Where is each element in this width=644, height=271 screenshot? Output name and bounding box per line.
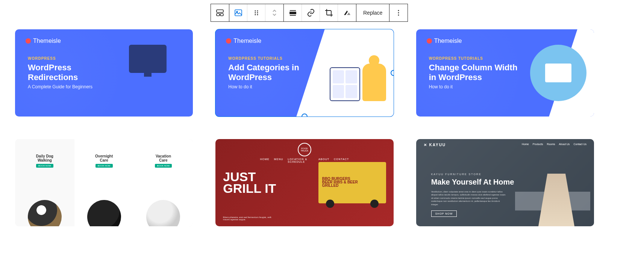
gallery-image-3[interactable]: Themeisle WORDPRESS TUTORIALS Change Col… (416, 29, 594, 117)
gallery-block-button[interactable] (211, 4, 229, 21)
brand-text: Themeisle (434, 38, 462, 44)
card-title: Add Categories in WordPress (228, 63, 320, 82)
align-icon (288, 8, 297, 17)
card-title: WordPress Redirections (28, 63, 119, 82)
more-options-button[interactable] (389, 4, 408, 21)
toolbar-group-parent (211, 4, 229, 22)
svg-point-7 (255, 12, 256, 14)
link-button[interactable] (302, 4, 320, 21)
dog-image (87, 200, 121, 226)
col-title: OvernightCare (95, 154, 113, 162)
drag-handle-button[interactable] (247, 4, 265, 21)
move-updown-button[interactable] (265, 4, 283, 21)
food-logo: FOOD TRUCK (298, 143, 311, 156)
food-description: Etiam pharetra, erat sed fermentum feugi… (223, 216, 276, 221)
svg-point-8 (257, 12, 258, 14)
crop-button[interactable] (320, 4, 338, 21)
gallery-image-6[interactable]: ✕ KAYUU HomeProductsRoomsAbout UsContact… (416, 139, 594, 226)
image-icon (234, 8, 243, 17)
book-button: BOOK NOW (36, 164, 53, 168)
svg-point-6 (257, 11, 258, 12)
svg-point-9 (255, 14, 256, 15)
image-block-button[interactable] (229, 4, 247, 21)
gallery-image-4[interactable]: HOME ABOUT US SERVICES REVIEWS CONTACT D… (15, 139, 193, 226)
card-title: Change Column Width in WordPress (429, 63, 520, 82)
svg-rect-3 (235, 10, 242, 16)
brand: Themeisle (226, 38, 261, 44)
brand-text: Themeisle (233, 38, 261, 44)
kayuu-logo: ✕ KAYUU (424, 143, 446, 147)
kayuu-nav: HomeProductsRoomsAbout UsContact Us (522, 143, 586, 145)
gallery-image-5[interactable]: FOOD TRUCK HOMEMENULOCATION & SCHEDULEAB… (215, 139, 393, 226)
block-toolbar: Replace (211, 4, 408, 22)
svg-point-16 (398, 15, 399, 16)
replace-button[interactable]: Replace (356, 4, 389, 21)
dog-image (146, 200, 180, 226)
gallery-image-2-selected[interactable]: Themeisle WORDPRESS TUTORIALS Add Catego… (215, 29, 393, 117)
svg-rect-12 (290, 12, 296, 14)
card-illustration (530, 45, 586, 101)
brand: Themeisle (427, 38, 462, 44)
card-illustration (129, 45, 185, 101)
brand: Themeisle (26, 38, 61, 44)
duotone-button[interactable] (338, 4, 356, 21)
duotone-icon (342, 8, 352, 17)
svg-point-15 (398, 12, 399, 14)
svg-rect-0 (217, 10, 223, 12)
kayuu-description: Vestibulum, diam vulputate amet cras in … (431, 190, 506, 206)
svg-rect-2 (220, 14, 223, 16)
book-button: BOOK NOW (95, 164, 113, 168)
kebab-icon (394, 8, 403, 17)
card-illustration (330, 45, 386, 101)
dog-image (28, 200, 62, 226)
food-truck-image: BBQ BURGERS BEER RIBS & BEER GRILLED (318, 162, 386, 203)
align-button[interactable] (284, 4, 302, 21)
toolbar-group-replace: Replace (356, 4, 389, 22)
crop-icon (324, 8, 333, 17)
svg-point-14 (398, 10, 399, 11)
svg-point-10 (257, 14, 258, 15)
toolbar-group-more (389, 4, 408, 22)
kayuu-eyebrow: KAYUU FURNITURE STORE (431, 173, 586, 176)
gallery-grid: Themeisle WORDPRESS WordPress Redirectio… (15, 29, 594, 226)
gallery-icon (215, 8, 224, 17)
col-title: Daily DogWalking (36, 154, 53, 162)
svg-point-5 (255, 11, 256, 12)
brand-icon (427, 38, 432, 44)
book-button: BOOK NOW (155, 164, 172, 168)
link-icon (306, 8, 315, 17)
brand-icon (226, 38, 231, 44)
drag-icon (252, 8, 261, 17)
shop-now-button: SHOP NOW (431, 210, 457, 217)
food-headline: JUST GRILL IT (223, 171, 276, 194)
col-title: VacationCare (156, 154, 171, 162)
brand-text: Themeisle (33, 38, 61, 44)
move-icon (270, 8, 279, 17)
svg-rect-1 (217, 14, 220, 16)
toolbar-group-format (283, 4, 356, 22)
brand-icon (26, 38, 31, 44)
toolbar-group-main (229, 4, 284, 22)
gallery-image-1[interactable]: Themeisle WORDPRESS WordPress Redirectio… (15, 29, 193, 117)
